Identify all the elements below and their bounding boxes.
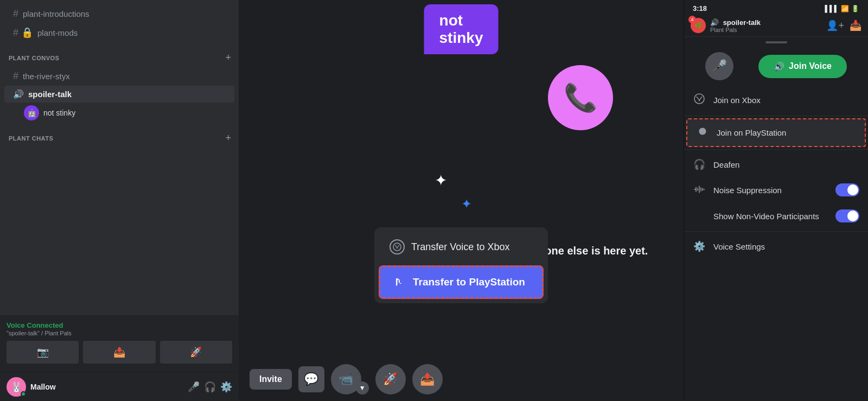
headphone-menu-icon: 🎧	[693, 158, 706, 170]
voice-channel-spoiler-talk[interactable]: 🔊 spoiler-talk	[4, 86, 234, 103]
mobile-header: 🌿 4 🔊 spoiler-talk Plant Pals 👤+ 📥	[684, 15, 868, 37]
voice-connected-sub: "spoiler-talk" / Plant Pals	[7, 330, 232, 336]
settings-button[interactable]: ⚙️	[220, 381, 232, 393]
transfer-xbox-button[interactable]: Transfer Voice to Xbox	[379, 232, 544, 262]
channel-speaker-icon: 🔊	[710, 18, 719, 27]
invite-label: Invite	[259, 374, 282, 384]
voice-member-not-stinky: 🤖 not stinky	[0, 103, 239, 123]
channel-item-plant-mods[interactable]: # 🔒 plant-mods	[4, 23, 234, 42]
headphone-button[interactable]: 🎧	[204, 381, 216, 393]
invite-button[interactable]: Invite	[250, 369, 292, 390]
deafen-label: Deafen	[713, 160, 859, 169]
rocket-toolbar-icon: 🚀	[383, 372, 398, 386]
transfer-playstation-label: Transfer to PlayStation	[413, 276, 525, 288]
mobile-channel-info: 🔊 spoiler-talk Plant Pals	[710, 18, 822, 33]
mobile-channel-name: 🔊 spoiler-talk	[710, 18, 822, 27]
mobile-menu-list: Join on Xbox Join on PlayStation 🎧 Deafe…	[684, 87, 868, 401]
username: Mallow	[30, 383, 183, 391]
menu-item-join-playstation[interactable]: Join on PlayStation	[686, 118, 866, 147]
join-xbox-label: Join on Xbox	[713, 96, 859, 105]
ps-menu-icon	[696, 126, 709, 139]
camera-chevron-button[interactable]: ▼	[356, 381, 369, 394]
menu-item-show-non-video[interactable]: Show Non-Video Participants	[684, 203, 868, 229]
member-avatar: 🤖	[24, 105, 39, 120]
sidebar: # plant-introductions # 🔒 plant-mods PLA…	[0, 0, 239, 401]
speaker-icon: 🔊	[13, 89, 24, 99]
gear-menu-icon: ⚙️	[693, 240, 706, 252]
mobile-mic-button[interactable]: 🎤	[705, 52, 733, 80]
rocket-icon: 🚀	[190, 346, 202, 358]
chat-toolbar-button[interactable]: 💬	[298, 366, 324, 392]
channel-name: plant-mods	[37, 28, 78, 37]
channel-name: the-river-styx	[23, 72, 70, 81]
online-status-dot	[21, 391, 26, 397]
status-icons: ▌▌▌ 📶 🔋	[825, 5, 859, 12]
participant-avatar: 📞	[548, 65, 613, 130]
add-channel-button[interactable]: +	[222, 51, 234, 65]
wave-menu-icon	[693, 184, 706, 196]
user-bar: 🐰 Mallow 🎤 🎧 ⚙️	[0, 372, 239, 401]
mobile-server-icon: 🌿 4	[691, 18, 706, 33]
xbox-icon	[390, 239, 405, 254]
voice-room: not stinky 📞 ✦ ✦ No one else is here yet…	[239, 0, 684, 358]
mobile-join-voice-button[interactable]: 🔊 Join Voice	[758, 55, 847, 78]
show-non-video-toggle[interactable]	[835, 209, 859, 222]
mic-icon: 🎤	[712, 59, 727, 73]
transfer-playstation-button[interactable]: Transfer to PlayStation	[379, 265, 544, 299]
camera-action-button[interactable]: 📷	[7, 341, 79, 364]
mic-button[interactable]: 🎤	[188, 381, 200, 393]
chat-bubble-text: not stinky	[439, 12, 483, 46]
user-avatar: 🐰	[7, 377, 26, 397]
user-controls: 🎤 🎧 ⚙️	[188, 381, 232, 393]
share-action-button[interactable]: 📤	[83, 341, 155, 364]
time-display: 3:18	[693, 4, 707, 12]
playstation-icon	[391, 275, 406, 290]
notification-badge: 4	[688, 16, 696, 23]
voice-actions: 📷 📤 🚀	[7, 341, 232, 364]
chat-bubble: not stinky	[424, 4, 499, 54]
hash-icon: #	[13, 71, 18, 82]
star-icon: ✦	[461, 196, 472, 212]
channel-item-the-river-styx[interactable]: # the-river-styx	[4, 67, 234, 85]
member-name: not stinky	[43, 109, 75, 117]
voice-connected-bar: Voice Connected "spoiler-talk" / Plant P…	[0, 315, 239, 372]
voice-channel-name: spoiler-talk	[28, 90, 72, 99]
share-toolbar-button[interactable]: 📤	[412, 364, 443, 394]
rocket-toolbar-button[interactable]: 🚀	[375, 364, 406, 394]
channel-list: # plant-introductions # 🔒 plant-mods PLA…	[0, 0, 239, 315]
rocket-action-button[interactable]: 🚀	[160, 341, 232, 364]
share-toolbar-icon: 📤	[420, 372, 435, 386]
main-content: not stinky 📞 ✦ ✦ No one else is here yet…	[239, 0, 684, 401]
join-voice-label: Join Voice	[789, 61, 832, 71]
menu-item-join-xbox[interactable]: Join on Xbox	[684, 87, 868, 113]
add-friend-icon[interactable]: 👤+	[826, 20, 844, 31]
signal-icon: ▌▌▌	[825, 5, 839, 12]
camera-toolbar-icon: 📹	[339, 372, 353, 386]
menu-item-voice-settings[interactable]: ⚙️ Voice Settings	[684, 234, 868, 259]
xbox-menu-icon	[693, 93, 706, 107]
show-non-video-label: Show Non-Video Participants	[713, 212, 828, 221]
sparkle-icon: ✦	[435, 171, 447, 189]
mobile-voice-controls: 🎤 🔊 Join Voice	[684, 48, 868, 87]
menu-item-deafen[interactable]: 🎧 Deafen	[684, 152, 868, 177]
bottom-toolbar: Invite 💬 📹 ▼ 🚀 📤	[239, 358, 684, 401]
channel-item-plant-introductions[interactable]: # plant-introductions	[4, 5, 234, 23]
join-playstation-label: Join on PlayStation	[717, 128, 856, 137]
svg-point-0	[393, 243, 401, 251]
mobile-status-bar: 3:18 ▌▌▌ 📶 🔋	[684, 0, 868, 15]
add-chat-button[interactable]: +	[222, 131, 234, 145]
battery-icon: 🔋	[851, 5, 859, 12]
channel-name: plant-introductions	[23, 9, 90, 18]
wifi-icon: 📶	[841, 5, 849, 12]
section-divider	[684, 116, 868, 116]
mobile-server-name: Plant Pals	[710, 27, 822, 33]
inbox-icon[interactable]: 📥	[850, 20, 861, 31]
noise-suppression-toggle[interactable]	[835, 183, 859, 196]
voice-connected-label: Voice Connected	[7, 321, 232, 329]
menu-item-noise-suppression[interactable]: Noise Suppression	[684, 177, 868, 203]
mobile-header-icons: 👤+ 📥	[826, 20, 861, 31]
camera-icon: 📷	[37, 346, 49, 358]
right-panel: 3:18 ▌▌▌ 📶 🔋 🌿 4 🔊 spoiler-talk Plant Pa…	[684, 0, 868, 401]
speaker-join-icon: 🔊	[774, 61, 784, 72]
lock-hash-icon: # 🔒	[13, 27, 33, 39]
